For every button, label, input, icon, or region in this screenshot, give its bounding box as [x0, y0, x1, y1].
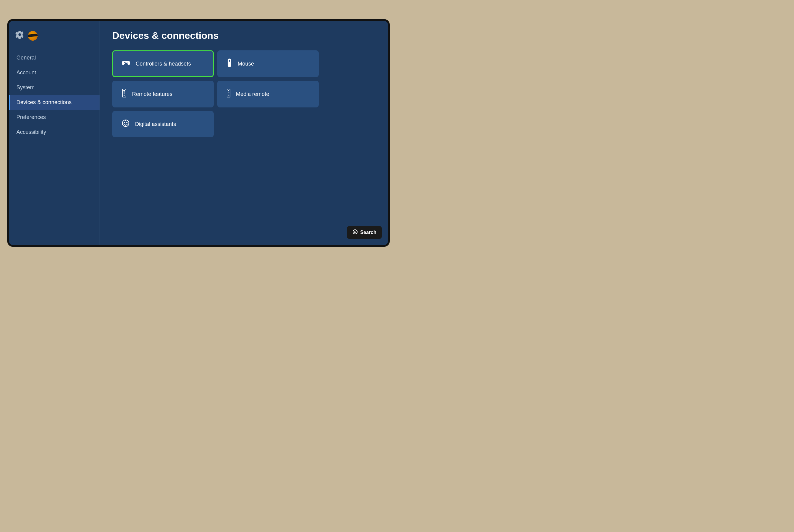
- svg-rect-9: [228, 95, 229, 96]
- svg-point-2: [124, 91, 125, 93]
- sidebar-navigation: General Account System Devices & connect…: [9, 50, 99, 139]
- mouse-icon: [227, 59, 232, 69]
- search-button[interactable]: Search: [347, 226, 382, 239]
- sidebar-item-system[interactable]: System: [9, 80, 99, 95]
- sidebar-top-icons: [9, 27, 99, 48]
- svg-rect-1: [123, 90, 125, 91]
- svg-point-11: [124, 122, 125, 123]
- sidebar-item-accessibility[interactable]: Accessibility: [9, 125, 99, 139]
- controller-icon: [122, 59, 130, 68]
- sidebar-item-preferences[interactable]: Preferences: [9, 110, 99, 125]
- search-circle-icon: [353, 229, 358, 236]
- svg-rect-8: [228, 94, 229, 94]
- media-remote-icon: [227, 89, 230, 99]
- media-remote-label: Media remote: [236, 91, 269, 97]
- main-content: Devices & connections Controllers & head…: [100, 21, 388, 245]
- mouse-label: Mouse: [238, 61, 254, 67]
- sidebar: General Account System Devices & connect…: [9, 21, 100, 245]
- sidebar-item-general[interactable]: General: [9, 50, 99, 65]
- svg-point-4: [124, 95, 125, 96]
- sidebar-item-devices[interactable]: Devices & connections: [9, 95, 99, 110]
- remote-icon: [122, 89, 127, 99]
- devices-grid: Controllers & headsets Mouse: [112, 50, 319, 137]
- svg-point-13: [353, 230, 357, 234]
- page-title: Devices & connections: [112, 30, 376, 41]
- tv-frame: General Account System Devices & connect…: [7, 19, 390, 247]
- search-label: Search: [360, 230, 376, 235]
- svg-point-14: [354, 231, 356, 233]
- remote-features-label: Remote features: [132, 91, 172, 97]
- sidebar-item-account[interactable]: Account: [9, 65, 99, 80]
- profile-avatar: [28, 31, 38, 41]
- settings-icon: [15, 30, 24, 41]
- digital-assistants-tile[interactable]: Digital assistants: [112, 111, 214, 137]
- media-remote-tile[interactable]: Media remote: [217, 81, 319, 108]
- svg-rect-7: [228, 93, 229, 93]
- mouse-tile[interactable]: Mouse: [217, 50, 319, 77]
- digital-assistants-label: Digital assistants: [135, 121, 176, 128]
- tv-screen: General Account System Devices & connect…: [9, 21, 388, 245]
- svg-point-6: [228, 90, 229, 91]
- svg-point-12: [126, 122, 128, 123]
- controllers-headsets-tile[interactable]: Controllers & headsets: [112, 50, 214, 77]
- remote-features-tile[interactable]: Remote features: [112, 81, 214, 108]
- svg-point-3: [124, 93, 125, 94]
- digital-assistant-icon: [122, 119, 130, 129]
- controllers-headsets-label: Controllers & headsets: [136, 61, 191, 67]
